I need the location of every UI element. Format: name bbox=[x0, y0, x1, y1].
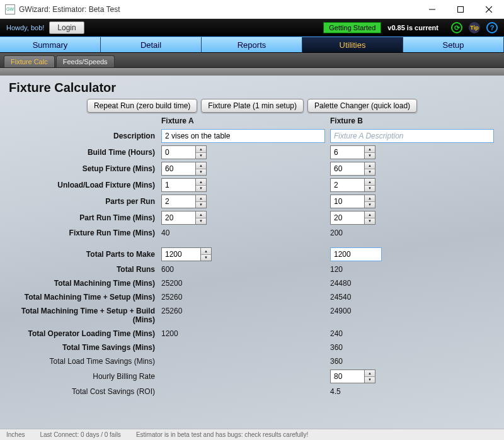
status-connect: Last Connect: 0 days / 0 fails bbox=[40, 431, 120, 438]
chevron-down-icon[interactable]: ▼ bbox=[365, 186, 375, 192]
chevron-up-icon[interactable]: ▲ bbox=[365, 195, 375, 202]
tab-setup[interactable]: Setup bbox=[403, 37, 504, 52]
spinner-a-total-parts[interactable]: ▲▼ bbox=[161, 247, 212, 261]
chevron-down-icon[interactable]: ▼ bbox=[196, 202, 206, 208]
label-total-load-savings: Total Load Time Savings (Mins) bbox=[9, 354, 159, 368]
label-fixture-run-time: Fixture Run Time (Mins) bbox=[9, 226, 159, 240]
spinner-a-part-run[interactable]: ▲▼ bbox=[161, 211, 207, 225]
spinner-b-unload[interactable]: ▲▼ bbox=[330, 178, 375, 192]
chevron-up-icon[interactable]: ▲ bbox=[196, 195, 206, 202]
chevron-up-icon[interactable]: ▲ bbox=[365, 146, 375, 153]
preset-palette-changer[interactable]: Palette Changer (quick load) bbox=[307, 99, 417, 113]
status-units: Inches bbox=[6, 431, 25, 438]
main-tabs: Summary Detail Reports Utilities Setup bbox=[0, 37, 504, 53]
preset-repeat-run[interactable]: Repeat Run (zero build time) bbox=[87, 99, 197, 113]
value-a-total-mach: 25200 bbox=[159, 276, 328, 290]
tab-summary[interactable]: Summary bbox=[0, 37, 101, 52]
tip-icon[interactable]: Tip bbox=[469, 22, 480, 33]
spinner-a-build-time[interactable]: ▲▼ bbox=[161, 145, 207, 159]
input-b-total-parts[interactable] bbox=[330, 247, 382, 261]
fixture-grid: Fixture A Fixture B Description Build Ti… bbox=[9, 115, 495, 398]
spinner-a-unload[interactable]: ▲▼ bbox=[161, 178, 207, 192]
chevron-down-icon[interactable]: ▼ bbox=[365, 169, 375, 176]
label-part-run-time: Part Run Time (Mins) bbox=[9, 211, 159, 225]
input-b-description[interactable] bbox=[330, 129, 494, 143]
close-icon bbox=[486, 6, 492, 13]
chevron-up-icon[interactable]: ▲ bbox=[365, 179, 375, 186]
maximize-icon bbox=[457, 6, 464, 13]
tab-detail[interactable]: Detail bbox=[101, 37, 202, 52]
value-b-fixture-run-time: 200 bbox=[328, 226, 496, 240]
chevron-down-icon[interactable]: ▼ bbox=[365, 153, 375, 159]
tab-utilities[interactable]: Utilities bbox=[302, 37, 403, 52]
label-total-mach-setup-build: Total Machining Time + Setup + Build (Mi… bbox=[9, 304, 159, 327]
status-bar: Inches Last Connect: 0 days / 0 fails Es… bbox=[0, 429, 504, 440]
chevron-up-icon[interactable]: ▲ bbox=[196, 146, 206, 153]
minimize-button[interactable] bbox=[418, 1, 446, 18]
refresh-icon[interactable]: ⟳ bbox=[451, 22, 462, 33]
value-b-total-mach: 24480 bbox=[328, 276, 496, 290]
spinner-b-hourly-rate[interactable]: ▲▼ bbox=[330, 369, 375, 383]
chevron-down-icon[interactable]: ▼ bbox=[196, 218, 206, 225]
value-b-total-time-savings: 360 bbox=[328, 341, 496, 354]
chevron-up-icon[interactable]: ▲ bbox=[365, 370, 375, 377]
subtab-fixture-calc[interactable]: Fixture Calc bbox=[4, 55, 55, 67]
spinner-b-build-time[interactable]: ▲▼ bbox=[330, 145, 375, 159]
greeting: Howdy, bob! bbox=[6, 24, 44, 31]
window-titlebar: GW GWizard: Estimator: Beta Test bbox=[0, 0, 504, 19]
value-a-total-op-load: 1200 bbox=[159, 327, 328, 341]
window-title: GWizard: Estimator: Beta Test bbox=[19, 5, 418, 14]
value-b-total-mach-setup-build: 24900 bbox=[328, 304, 496, 327]
spinner-b-parts[interactable]: ▲▼ bbox=[330, 195, 375, 208]
subtab-feeds-speeds[interactable]: Feeds/Speeds bbox=[56, 55, 115, 67]
app-icon: GW bbox=[5, 4, 15, 14]
chevron-up-icon[interactable]: ▲ bbox=[196, 179, 206, 186]
chevron-down-icon[interactable]: ▼ bbox=[365, 377, 375, 383]
label-parts-per-run: Parts per Run bbox=[9, 195, 159, 208]
sub-tabs: Fixture Calc Feeds/Speeds bbox=[0, 53, 504, 68]
value-a-fixture-run-time: 40 bbox=[159, 226, 328, 240]
version-label: v0.85 is current bbox=[387, 24, 438, 31]
value-b-total-op-load: 240 bbox=[328, 327, 496, 341]
chevron-up-icon[interactable]: ▲ bbox=[196, 212, 206, 218]
spinner-a-setup[interactable]: ▲▼ bbox=[161, 162, 207, 176]
value-a-total-runs: 600 bbox=[159, 262, 328, 276]
chevron-down-icon[interactable]: ▼ bbox=[365, 202, 375, 208]
label-description: Description bbox=[9, 129, 159, 143]
spinner-b-setup[interactable]: ▲▼ bbox=[330, 162, 375, 176]
input-a-description[interactable] bbox=[161, 129, 325, 143]
getting-started-button[interactable]: Getting Started bbox=[323, 22, 381, 33]
chevron-up-icon[interactable]: ▲ bbox=[196, 162, 206, 169]
app-topbar: Howdy, bob! Login Getting Started v0.85 … bbox=[0, 19, 504, 37]
help-icon[interactable]: ? bbox=[486, 22, 498, 33]
content-area: Fixture Calculator Repeat Run (zero buil… bbox=[0, 76, 504, 429]
label-hourly-rate: Hourly Billing Rate bbox=[9, 369, 159, 383]
spinner-a-parts[interactable]: ▲▼ bbox=[161, 195, 207, 208]
label-total-parts: Total Parts to Make bbox=[9, 247, 159, 261]
label-total-mach: Total Machining Time (Mins) bbox=[9, 276, 159, 290]
minimize-icon bbox=[429, 6, 435, 13]
label-total-runs: Total Runs bbox=[9, 262, 159, 276]
tab-reports[interactable]: Reports bbox=[202, 37, 302, 52]
spinner-b-part-run[interactable]: ▲▼ bbox=[330, 211, 375, 225]
close-button[interactable] bbox=[474, 1, 503, 18]
chevron-up-icon[interactable]: ▲ bbox=[365, 212, 375, 218]
svg-rect-1 bbox=[457, 6, 463, 12]
separator-band bbox=[0, 68, 504, 76]
chevron-down-icon[interactable]: ▼ bbox=[201, 255, 211, 261]
label-setup-fixture: Setup Fixture (Mins) bbox=[9, 162, 159, 176]
chevron-up-icon[interactable]: ▲ bbox=[201, 248, 211, 255]
chevron-down-icon[interactable]: ▼ bbox=[196, 169, 206, 176]
login-button[interactable]: Login bbox=[49, 21, 84, 34]
chevron-down-icon[interactable]: ▼ bbox=[365, 218, 375, 225]
chevron-down-icon[interactable]: ▼ bbox=[196, 153, 206, 159]
col-header-a: Fixture A bbox=[159, 115, 328, 128]
maximize-button[interactable] bbox=[446, 1, 474, 18]
preset-fixture-plate[interactable]: Fixture Plate (1 min setup) bbox=[201, 99, 304, 113]
page-title: Fixture Calculator bbox=[9, 81, 495, 95]
label-unload-load: Unload/Load Fixture (Mins) bbox=[9, 178, 159, 192]
chevron-up-icon[interactable]: ▲ bbox=[365, 162, 375, 169]
label-build-time: Build Time (Hours) bbox=[9, 145, 159, 159]
chevron-down-icon[interactable]: ▼ bbox=[196, 186, 206, 192]
col-header-b: Fixture B bbox=[328, 115, 496, 128]
